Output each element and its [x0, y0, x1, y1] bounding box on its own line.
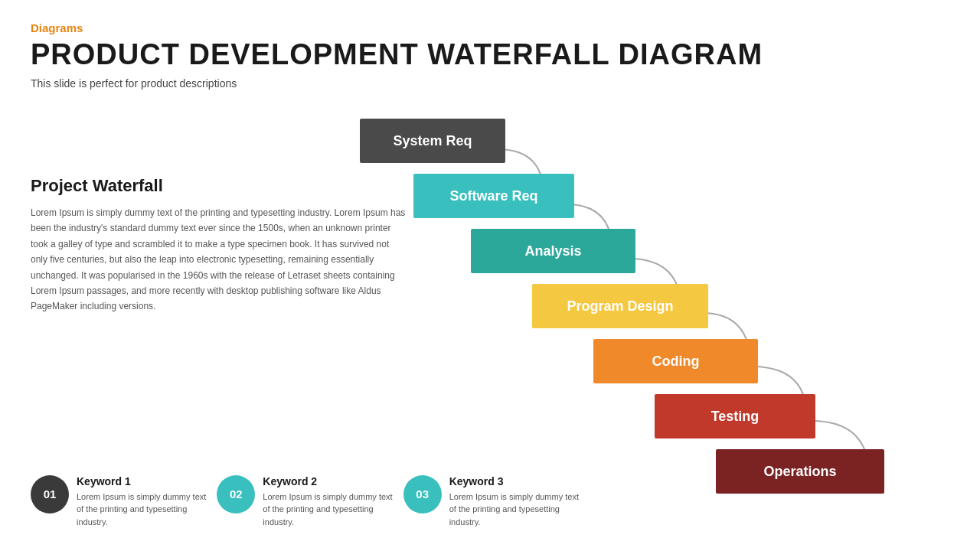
keyword-circle-2: 03	[403, 475, 442, 514]
waterfall-step-1: Software Req	[413, 174, 574, 218]
keyword-item-1: 02Keyword 2Lorem Ipsum is simply dummy t…	[217, 475, 395, 529]
waterfall-step-5: Testing	[655, 394, 815, 439]
waterfall-step-3: Program Design	[532, 284, 708, 328]
diagrams-label: Diagrams	[31, 21, 763, 34]
waterfall-step-4: Coding	[593, 339, 758, 383]
keyword-circle-0: 01	[31, 475, 69, 514]
header: Diagrams PRODUCT DEVELOPMENT WATERFALL D…	[31, 21, 763, 90]
keyword-item-2: 03Keyword 3Lorem Ipsum is simply dummy t…	[403, 475, 582, 529]
keyword-title-2: Keyword 3	[449, 475, 582, 487]
keyword-item-0: 01Keyword 1Lorem Ipsum is simply dummy t…	[31, 475, 209, 529]
subtitle: This slide is perfect for product descri…	[31, 77, 763, 90]
keyword-desc-2: Lorem Ipsum is simply dummy text of the …	[449, 491, 582, 529]
main-title: PRODUCT DEVELOPMENT WATERFALL DIAGRAM	[31, 39, 763, 71]
keyword-title-1: Keyword 2	[263, 475, 395, 487]
waterfall-step-6: Operations	[716, 449, 884, 494]
keywords-row: 01Keyword 1Lorem Ipsum is simply dummy t…	[31, 475, 582, 529]
waterfall-diagram: System ReqSoftware ReqAnalysisProgram De…	[337, 119, 965, 524]
waterfall-step-2: Analysis	[471, 229, 635, 273]
keyword-desc-0: Lorem Ipsum is simply dummy text of the …	[77, 491, 209, 529]
waterfall-step-0: System Req	[360, 119, 505, 163]
keyword-circle-1: 02	[217, 475, 255, 514]
keyword-desc-1: Lorem Ipsum is simply dummy text of the …	[263, 491, 395, 529]
keyword-title-0: Keyword 1	[77, 475, 209, 487]
